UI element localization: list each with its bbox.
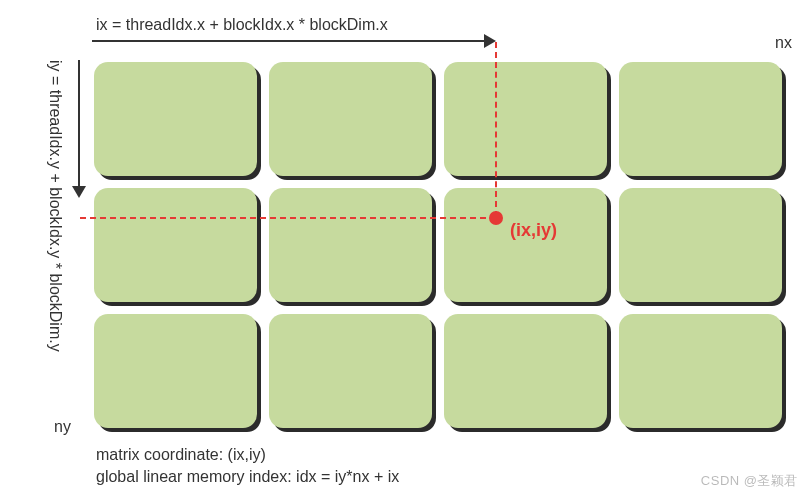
thread-block: [94, 314, 257, 428]
block-cell: [88, 182, 263, 308]
block-cell: [88, 308, 263, 434]
thread-block: [444, 188, 607, 302]
horizontal-guide: [80, 217, 496, 219]
thread-block: [269, 314, 432, 428]
iy-formula-label: iy = threadIdx.y + blockIdx.y * blockDim…: [46, 60, 64, 352]
block-cell: [438, 56, 613, 182]
block-cell: [263, 182, 438, 308]
block-cell: [263, 56, 438, 182]
block-cell: [613, 182, 788, 308]
thread-block: [269, 188, 432, 302]
ny-label: ny: [54, 418, 71, 436]
block-cell: [438, 182, 613, 308]
thread-block: [619, 188, 782, 302]
iy-axis-line: [78, 60, 80, 190]
watermark: CSDN @圣颖君: [701, 472, 798, 490]
caption-matrix-coordinate: matrix coordinate: (ix,iy): [96, 446, 266, 464]
block-cell: [613, 308, 788, 434]
block-cell: [88, 56, 263, 182]
target-point-label: (ix,iy): [510, 220, 557, 241]
caption-linear-index: global linear memory index: idx = iy*nx …: [96, 468, 399, 486]
thread-block: [444, 62, 607, 176]
ix-axis-line: [92, 40, 488, 42]
thread-block: [269, 62, 432, 176]
iy-axis-arrowhead: [72, 186, 86, 198]
target-point: [489, 211, 503, 225]
thread-block: [444, 314, 607, 428]
block-cell: [438, 308, 613, 434]
vertical-guide: [495, 42, 497, 217]
thread-block: [94, 62, 257, 176]
thread-block: [619, 62, 782, 176]
ix-formula-label: ix = threadIdx.x + blockIdx.x * blockDim…: [96, 16, 388, 34]
nx-label: nx: [775, 34, 792, 52]
thread-block: [619, 314, 782, 428]
block-grid: [88, 56, 788, 434]
diagram-root: ix = threadIdx.x + blockIdx.x * blockDim…: [0, 0, 812, 500]
thread-block: [94, 188, 257, 302]
block-cell: [613, 56, 788, 182]
block-cell: [263, 308, 438, 434]
